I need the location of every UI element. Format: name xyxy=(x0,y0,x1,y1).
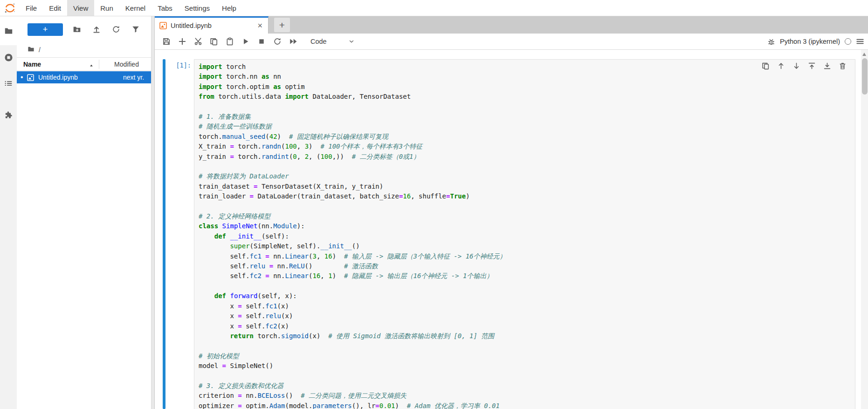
breadcrumb-path: / xyxy=(39,46,41,54)
menu-view[interactable]: View xyxy=(67,0,94,16)
menu-tabs[interactable]: Tabs xyxy=(152,0,179,16)
code-line[interactable]: x = self.relu(x) xyxy=(199,311,851,321)
code-line[interactable]: # 初始化模型 xyxy=(199,351,851,361)
main-area: Untitled.ipynb × + xyxy=(155,16,868,409)
code-line[interactable] xyxy=(199,281,851,291)
code-line[interactable] xyxy=(199,202,851,211)
jupyter-logo-icon xyxy=(4,2,16,14)
code-cell-editor[interactable]: import torchimport torch.nn as nnimport … xyxy=(194,59,855,409)
breadcrumb[interactable]: / xyxy=(28,44,41,55)
cell-type-dropdown[interactable]: Code xyxy=(310,38,355,45)
notebook-toolbar: Code Python 3 (ipykernel) xyxy=(155,34,868,50)
code-line[interactable]: import torch.optim as optim xyxy=(199,82,851,92)
code-line[interactable]: train_loader = DataLoader(train_dataset,… xyxy=(199,191,851,201)
chevron-down-icon xyxy=(348,38,355,45)
code-line[interactable]: self.fc1 = nn.Linear(3, 16) # 输入层 -> 隐藏层… xyxy=(199,252,851,261)
copy-icon[interactable] xyxy=(210,37,218,46)
code-line[interactable]: X_train = torch.randn(100, 3) # 100个样本，每… xyxy=(199,142,851,151)
sidebar-tab-file-browser[interactable] xyxy=(0,16,17,45)
cell-execution-prompt: [1]: xyxy=(161,61,191,69)
file-row-untitled-ipynb[interactable]: • Untitled.ipynb next yr. xyxy=(17,71,151,83)
code-line[interactable]: criterion = nn.BCELoss() # 二分类问题，使用二元交叉熵… xyxy=(199,391,851,401)
folder-icon xyxy=(28,46,34,54)
menu-settings[interactable]: Settings xyxy=(179,0,216,16)
cut-icon[interactable] xyxy=(194,37,202,46)
move-cell-up-icon[interactable] xyxy=(777,62,785,70)
vertical-scrollbar[interactable] xyxy=(861,50,868,409)
code-line[interactable]: x = self.fc2(x) xyxy=(199,321,851,331)
scroll-up-arrow-icon[interactable] xyxy=(862,53,866,56)
upload-button[interactable] xyxy=(92,25,101,34)
code-line[interactable]: model = SimpleNet() xyxy=(199,361,851,371)
kernel-status-icon[interactable] xyxy=(845,38,851,45)
menu-edit[interactable]: Edit xyxy=(43,0,67,16)
column-header-name[interactable]: Name xyxy=(23,61,41,68)
restart-kernel-icon[interactable] xyxy=(273,37,282,46)
menu-kernel[interactable]: Kernel xyxy=(119,0,152,16)
file-name: Untitled.ipynb xyxy=(38,74,78,81)
code-line[interactable]: class SimpleNet(nn.Module): xyxy=(199,221,851,231)
code-line[interactable]: torch.manual_seed(42) # 固定随机种子以确保结果可复现 xyxy=(199,132,851,142)
code-line[interactable] xyxy=(199,102,851,112)
active-cell-collapser[interactable] xyxy=(163,59,165,409)
menu-items: File Edit View Run Kernel Tabs Settings … xyxy=(20,0,242,16)
tab-untitled-ipynb[interactable]: Untitled.ipynb × xyxy=(155,16,269,34)
code-line[interactable]: self.fc2 = nn.Linear(16, 1) # 隐藏层 -> 输出层… xyxy=(199,271,851,281)
menu-bar: File Edit View Run Kernel Tabs Settings … xyxy=(0,0,868,16)
code-line[interactable]: # 将数据封装为 DataLoader xyxy=(199,171,851,181)
code-line[interactable]: super(SimpleNet, self).__init__() xyxy=(199,241,851,251)
running-kernels-icon xyxy=(4,53,13,64)
dock-tab-bar: Untitled.ipynb × + xyxy=(155,16,868,34)
new-folder-button[interactable] xyxy=(73,25,81,34)
toolbar-menu-icon[interactable] xyxy=(856,37,864,46)
delete-cell-trash-icon[interactable] xyxy=(839,62,847,70)
code-line[interactable] xyxy=(199,341,851,351)
code-line[interactable]: def __init__(self): xyxy=(199,232,851,241)
new-tab-button[interactable]: + xyxy=(274,18,290,32)
panel-splitter[interactable] xyxy=(151,16,155,409)
code-line[interactable]: import torch xyxy=(199,62,851,72)
column-header-modified[interactable]: Modified xyxy=(114,61,139,68)
code-line[interactable]: # 随机生成一些训练数据 xyxy=(199,122,851,131)
insert-cell-above-icon[interactable] xyxy=(808,62,816,70)
close-tab-icon[interactable]: × xyxy=(256,21,263,30)
code-line[interactable] xyxy=(199,371,851,381)
code-line[interactable] xyxy=(199,162,851,171)
stop-icon[interactable] xyxy=(257,37,266,46)
code-line[interactable]: from torch.utils.data import DataLoader,… xyxy=(199,92,851,102)
filter-icon[interactable] xyxy=(131,25,140,34)
paste-icon[interactable] xyxy=(226,37,234,46)
new-launcher-button[interactable]: + xyxy=(28,23,63,36)
menu-help[interactable]: Help xyxy=(216,0,242,16)
refresh-button[interactable] xyxy=(112,25,120,34)
code-line[interactable]: return torch.sigmoid(x) # 使用 Sigmoid 激活函… xyxy=(199,331,851,341)
code-line[interactable]: # 1. 准备数据集 xyxy=(199,112,851,122)
sidebar-tab-table-of-contents[interactable] xyxy=(0,71,17,97)
sidebar-tab-running-kernels[interactable] xyxy=(0,45,17,71)
insert-cell-below-icon[interactable] xyxy=(823,62,831,70)
sidebar-tab-extensions[interactable] xyxy=(0,103,17,129)
menu-run[interactable]: Run xyxy=(94,0,119,16)
code-line[interactable]: y_train = torch.randint(0, 2, (100,)) # … xyxy=(199,152,851,162)
kernel-name[interactable]: Python 3 (ipykernel) xyxy=(780,38,840,45)
move-cell-down-icon[interactable] xyxy=(792,62,800,70)
run-all-icon[interactable] xyxy=(289,37,297,46)
code-line[interactable]: import torch.nn as nn xyxy=(199,72,851,82)
code-line[interactable]: x = self.fc1(x) xyxy=(199,301,851,311)
save-icon[interactable] xyxy=(162,37,171,46)
code-line[interactable]: train_dataset = TensorDataset(X_train, y… xyxy=(199,182,851,191)
duplicate-cell-icon[interactable] xyxy=(762,62,770,70)
menu-file[interactable]: File xyxy=(20,0,43,16)
sort-ascending-icon[interactable] xyxy=(89,62,94,68)
code-line[interactable]: # 2. 定义神经网络模型 xyxy=(199,211,851,221)
insert-cell-icon[interactable] xyxy=(178,37,186,46)
file-list-header: Name Modified xyxy=(17,57,151,71)
scrollbar-thumb[interactable] xyxy=(862,58,868,95)
code-line[interactable]: # 3. 定义损失函数和优化器 xyxy=(199,381,851,391)
run-icon[interactable] xyxy=(241,37,250,46)
left-sidebar xyxy=(0,16,17,409)
code-line[interactable]: optimizer = optim.Adam(model.parameters(… xyxy=(199,401,851,409)
debugger-bug-icon[interactable] xyxy=(767,38,775,46)
code-line[interactable]: self.relu = nn.ReLU() # 激活函数 xyxy=(199,261,851,271)
code-line[interactable]: def forward(self, x): xyxy=(199,291,851,301)
